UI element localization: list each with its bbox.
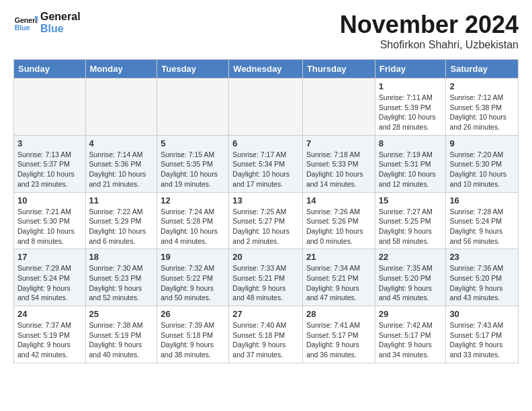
day-info: Sunrise: 7:25 AM Sunset: 5:27 PM Dayligh…: [232, 207, 299, 246]
calendar-week-1: 1Sunrise: 7:11 AM Sunset: 5:39 PM Daylig…: [14, 79, 519, 136]
day-info: Sunrise: 7:26 AM Sunset: 5:26 PM Dayligh…: [306, 207, 371, 246]
calendar-week-2: 3Sunrise: 7:13 AM Sunset: 5:37 PM Daylig…: [14, 135, 519, 192]
calendar-cell: 6Sunrise: 7:17 AM Sunset: 5:34 PM Daylig…: [229, 135, 303, 192]
title-block: November 2024 Shofirkon Shahri, Uzbekist…: [340, 11, 519, 51]
calendar-cell: 25Sunrise: 7:38 AM Sunset: 5:19 PM Dayli…: [85, 306, 157, 363]
calendar-cell: 27Sunrise: 7:40 AM Sunset: 5:18 PM Dayli…: [229, 306, 303, 363]
svg-text:General: General: [15, 16, 38, 24]
day-number: 9: [449, 138, 515, 148]
calendar-cell: 3Sunrise: 7:13 AM Sunset: 5:37 PM Daylig…: [14, 135, 86, 192]
page: General Blue General Blue November 2024 …: [0, 0, 532, 374]
calendar-cell: 20Sunrise: 7:33 AM Sunset: 5:21 PM Dayli…: [229, 249, 303, 306]
calendar-cell: 22Sunrise: 7:35 AM Sunset: 5:20 PM Dayli…: [375, 249, 446, 306]
day-info: Sunrise: 7:38 AM Sunset: 5:19 PM Dayligh…: [89, 320, 154, 360]
logo-general: General: [40, 11, 81, 22]
day-number: 6: [232, 138, 299, 148]
calendar-cell: 17Sunrise: 7:29 AM Sunset: 5:24 PM Dayli…: [14, 249, 86, 306]
day-number: 15: [379, 195, 443, 205]
month-title: November 2024: [340, 11, 519, 39]
day-number: 30: [449, 309, 515, 319]
day-info: Sunrise: 7:20 AM Sunset: 5:30 PM Dayligh…: [449, 150, 515, 189]
calendar-week-4: 17Sunrise: 7:29 AM Sunset: 5:24 PM Dayli…: [14, 249, 519, 306]
column-header-thursday: Thursday: [302, 60, 375, 79]
column-header-wednesday: Wednesday: [229, 60, 303, 79]
day-info: Sunrise: 7:24 AM Sunset: 5:28 PM Dayligh…: [161, 207, 225, 246]
day-info: Sunrise: 7:34 AM Sunset: 5:21 PM Dayligh…: [306, 263, 371, 303]
day-number: 24: [17, 309, 82, 319]
day-number: 16: [449, 195, 515, 205]
day-info: Sunrise: 7:40 AM Sunset: 5:18 PM Dayligh…: [232, 320, 299, 360]
day-number: 18: [89, 252, 154, 262]
calendar-cell: [229, 79, 303, 136]
day-number: 20: [232, 252, 299, 262]
day-number: 25: [89, 309, 154, 319]
day-number: 27: [232, 309, 299, 319]
location-subtitle: Shofirkon Shahri, Uzbekistan: [340, 39, 519, 51]
day-number: 5: [161, 138, 225, 148]
calendar-cell: 12Sunrise: 7:24 AM Sunset: 5:28 PM Dayli…: [157, 192, 229, 249]
calendar-cell: 19Sunrise: 7:32 AM Sunset: 5:22 PM Dayli…: [157, 249, 229, 306]
calendar-table: SundayMondayTuesdayWednesdayThursdayFrid…: [13, 59, 519, 363]
calendar-cell: 16Sunrise: 7:28 AM Sunset: 5:24 PM Dayli…: [446, 192, 519, 249]
calendar-cell: 1Sunrise: 7:11 AM Sunset: 5:39 PM Daylig…: [375, 79, 446, 136]
day-info: Sunrise: 7:37 AM Sunset: 5:19 PM Dayligh…: [17, 320, 82, 360]
day-info: Sunrise: 7:28 AM Sunset: 5:24 PM Dayligh…: [449, 207, 515, 246]
calendar-cell: 15Sunrise: 7:27 AM Sunset: 5:25 PM Dayli…: [375, 192, 446, 249]
day-number: 13: [232, 195, 299, 205]
column-header-saturday: Saturday: [446, 60, 519, 79]
day-info: Sunrise: 7:29 AM Sunset: 5:24 PM Dayligh…: [17, 263, 82, 303]
day-info: Sunrise: 7:21 AM Sunset: 5:30 PM Dayligh…: [17, 207, 82, 246]
day-number: 12: [161, 195, 225, 205]
day-info: Sunrise: 7:30 AM Sunset: 5:23 PM Dayligh…: [89, 263, 154, 303]
day-number: 14: [306, 195, 371, 205]
day-info: Sunrise: 7:41 AM Sunset: 5:17 PM Dayligh…: [306, 320, 371, 360]
day-info: Sunrise: 7:27 AM Sunset: 5:25 PM Dayligh…: [379, 207, 443, 246]
day-number: 1: [379, 81, 443, 91]
day-info: Sunrise: 7:15 AM Sunset: 5:35 PM Dayligh…: [161, 150, 225, 189]
calendar-week-3: 10Sunrise: 7:21 AM Sunset: 5:30 PM Dayli…: [14, 192, 519, 249]
calendar-cell: 13Sunrise: 7:25 AM Sunset: 5:27 PM Dayli…: [229, 192, 303, 249]
calendar-cell: 4Sunrise: 7:14 AM Sunset: 5:36 PM Daylig…: [85, 135, 157, 192]
day-number: 19: [161, 252, 225, 262]
calendar-cell: 2Sunrise: 7:12 AM Sunset: 5:38 PM Daylig…: [446, 79, 519, 136]
calendar-cell: 5Sunrise: 7:15 AM Sunset: 5:35 PM Daylig…: [157, 135, 229, 192]
calendar-cell: 14Sunrise: 7:26 AM Sunset: 5:26 PM Dayli…: [302, 192, 375, 249]
column-header-friday: Friday: [375, 60, 446, 79]
logo-blue: Blue: [40, 23, 64, 34]
calendar-cell: [157, 79, 229, 136]
day-number: 21: [306, 252, 371, 262]
header: General Blue General Blue November 2024 …: [13, 11, 519, 51]
day-info: Sunrise: 7:33 AM Sunset: 5:21 PM Dayligh…: [232, 263, 299, 303]
day-info: Sunrise: 7:22 AM Sunset: 5:29 PM Dayligh…: [89, 207, 154, 246]
calendar-cell: 8Sunrise: 7:19 AM Sunset: 5:31 PM Daylig…: [375, 135, 446, 192]
day-number: 3: [17, 138, 82, 148]
day-info: Sunrise: 7:35 AM Sunset: 5:20 PM Dayligh…: [379, 263, 443, 303]
calendar-cell: 18Sunrise: 7:30 AM Sunset: 5:23 PM Dayli…: [85, 249, 157, 306]
logo: General Blue General Blue: [13, 11, 81, 35]
day-number: 7: [306, 138, 371, 148]
day-number: 23: [449, 252, 515, 262]
day-info: Sunrise: 7:36 AM Sunset: 5:20 PM Dayligh…: [449, 263, 515, 303]
calendar-cell: [14, 79, 86, 136]
day-number: 4: [89, 138, 154, 148]
column-header-tuesday: Tuesday: [157, 60, 229, 79]
day-number: 10: [17, 195, 82, 205]
day-info: Sunrise: 7:19 AM Sunset: 5:31 PM Dayligh…: [379, 150, 443, 189]
calendar-week-5: 24Sunrise: 7:37 AM Sunset: 5:19 PM Dayli…: [14, 306, 519, 363]
svg-text:Blue: Blue: [15, 24, 30, 32]
day-info: Sunrise: 7:12 AM Sunset: 5:38 PM Dayligh…: [449, 93, 515, 132]
column-header-monday: Monday: [85, 60, 157, 79]
day-number: 11: [89, 195, 154, 205]
calendar-cell: 29Sunrise: 7:42 AM Sunset: 5:17 PM Dayli…: [375, 306, 446, 363]
day-info: Sunrise: 7:42 AM Sunset: 5:17 PM Dayligh…: [379, 320, 443, 360]
calendar-cell: 21Sunrise: 7:34 AM Sunset: 5:21 PM Dayli…: [302, 249, 375, 306]
day-info: Sunrise: 7:43 AM Sunset: 5:17 PM Dayligh…: [449, 320, 515, 360]
day-info: Sunrise: 7:11 AM Sunset: 5:39 PM Dayligh…: [379, 93, 443, 132]
calendar-cell: 24Sunrise: 7:37 AM Sunset: 5:19 PM Dayli…: [14, 306, 86, 363]
calendar-cell: 11Sunrise: 7:22 AM Sunset: 5:29 PM Dayli…: [85, 192, 157, 249]
day-info: Sunrise: 7:17 AM Sunset: 5:34 PM Dayligh…: [232, 150, 299, 189]
day-number: 22: [379, 252, 443, 262]
calendar-cell: 23Sunrise: 7:36 AM Sunset: 5:20 PM Dayli…: [446, 249, 519, 306]
day-info: Sunrise: 7:14 AM Sunset: 5:36 PM Dayligh…: [89, 150, 154, 189]
calendar-cell: [85, 79, 157, 136]
